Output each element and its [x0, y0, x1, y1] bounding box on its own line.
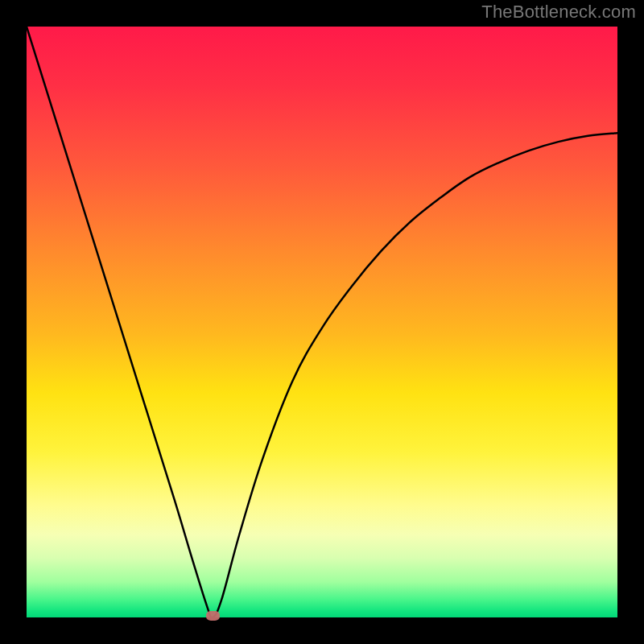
watermark-text: TheBottleneck.com — [481, 2, 636, 23]
bottleneck-marker — [206, 611, 220, 621]
chart-frame: TheBottleneck.com — [0, 0, 644, 644]
plot-area — [27, 27, 617, 617]
bottleneck-curve — [27, 27, 617, 617]
